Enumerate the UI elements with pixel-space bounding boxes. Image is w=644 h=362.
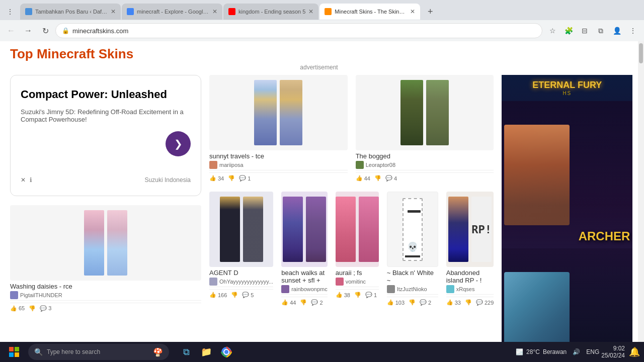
weather-desc: Berawan	[543, 348, 567, 355]
taskbar-weather: 🌫️ 28°C Berawan	[516, 348, 567, 355]
skin-card-beach[interactable]: beach walks at sunset + sfl + rainbowonp…	[281, 192, 328, 308]
advertisement-label: advertisement	[10, 64, 628, 71]
search-icon: 🔍	[34, 348, 43, 356]
new-tab-btn[interactable]: +	[423, 5, 437, 19]
notification-btn[interactable]: 🔔	[629, 346, 640, 357]
skin-author-agent-d: OhYayyyyyyyyyyyyy...	[209, 278, 273, 286]
tab-2[interactable]: minecraft - Explore - Google Tr... ✕	[122, 4, 222, 20]
weather-icon: 🌫️	[516, 348, 523, 355]
skin-name-sunnyt: sunnyt travels - tce	[209, 152, 348, 160]
extensions-btn[interactable]: 🧩	[561, 24, 576, 38]
skin-card-washing-daisies[interactable]: Washing daisies - rce PigtailTHUNDER 👍 6…	[10, 205, 201, 314]
skin-name-auraii: auraii ; fs	[336, 269, 379, 277]
author-avatar-abandoned	[446, 285, 454, 293]
tab-extras-btn[interactable]: ⋮	[4, 6, 16, 18]
reload-btn[interactable]: ↻	[38, 24, 52, 38]
main-content: Top Minecraft Skins advertisement Compac…	[0, 41, 638, 362]
scrollbar-thumb[interactable]	[639, 43, 643, 63]
taskbar-right: 🌫️ 28°C Berawan 🔊 ENG 9:02 25/02/24 🔔	[516, 345, 640, 359]
taskbar-search-box[interactable]: 🔍 Type here to search 🍄	[28, 344, 169, 360]
split-btn[interactable]: ⧉	[594, 24, 608, 38]
skin-name-abandoned: Abandoned island RP - !	[446, 269, 494, 284]
ad-title: Compact Power: Unleashed	[21, 87, 191, 102]
right-ad-banner[interactable]: ETERNAL FURY HS ARCHER KNIGHT	[502, 75, 632, 362]
skin-name-washing-daisies: Washing daisies - rce	[10, 283, 201, 290]
skin-author-sunnyt: mariiposa	[209, 161, 348, 169]
author-avatar-bogged	[356, 161, 364, 169]
svg-rect-3	[15, 352, 19, 357]
skin-img-sunnyt	[209, 75, 348, 150]
ad-footer-icons: ✕ ℹ	[21, 176, 32, 184]
forward-btn[interactable]: →	[21, 24, 35, 38]
scrollbar-track[interactable]	[638, 41, 644, 362]
tab-4-close[interactable]: ✕	[410, 8, 415, 15]
skin-img-agent-d	[209, 192, 273, 267]
sidebar-btn[interactable]: ⊟	[578, 24, 592, 38]
svg-point-6	[224, 350, 228, 354]
ad-brand: Suzuki Indonesia	[145, 176, 191, 184]
taskbar: 🔍 Type here to search 🍄 ⧉ 📁 🌫️ 28°C Bera…	[0, 342, 644, 362]
toolbar: ← → ↻ 🔒 minecraftskins.com ☆ 🧩 ⊟ ⧉ 👤 ⋮	[0, 20, 644, 41]
taskbar-app-chrome[interactable]	[217, 343, 235, 361]
left-column: Compact Power: Unleashed Suzuki's Jimny …	[10, 75, 201, 362]
back-btn[interactable]: ←	[4, 24, 18, 38]
author-avatar-auraii	[336, 278, 344, 286]
ad-arrow-btn[interactable]: ❯	[166, 131, 191, 156]
url-text: minecraftskins.com	[72, 27, 536, 35]
tab-bar: ⋮ Tambahkan Pos Baru ‹ Dafund... ✕ minec…	[0, 0, 644, 20]
center-column: sunnyt travels - tce mariiposa 👍 34 👎 💬 …	[209, 75, 494, 362]
skin-stats-washing-daisies: 👍 65 👎 💬 3	[10, 303, 201, 314]
page-title: Top Minecraft Skins	[10, 46, 628, 62]
menu-btn[interactable]: ⋮	[626, 24, 640, 38]
skin-img-washing-daisies	[10, 205, 201, 281]
bookmark-btn[interactable]: ☆	[545, 24, 559, 38]
ad-card: Compact Power: Unleashed Suzuki's Jimny …	[10, 75, 201, 196]
skin-author-bw: ItzJuztNioko	[387, 285, 438, 293]
tab-3-close[interactable]: ✕	[308, 8, 313, 15]
author-avatar-sunnyt	[209, 161, 217, 169]
tab-4[interactable]: Minecraft Skins - The Skindex ✕	[319, 4, 420, 20]
skins-row-top: sunnyt travels - tce mariiposa 👍 34 👎 💬 …	[209, 75, 494, 184]
taskbar-network[interactable]: 🔊	[573, 348, 580, 355]
tab-3[interactable]: kingdom - Ending season 5 ✕	[223, 4, 318, 20]
toolbar-icons: ☆ 🧩 ⊟ ⧉ 👤 ⋮	[545, 24, 640, 38]
skin-card-agent-d[interactable]: AGENT D OhYayyyyyyyyyyyyy... 👍 166 👎 💬 5	[209, 192, 273, 308]
taskbar-app-taskview[interactable]: ⧉	[177, 343, 195, 361]
ad-description: Suzuki's Jimny 5D: Redefining Off-Road E…	[21, 108, 191, 123]
taskbar-search-text: Type here to search	[47, 348, 100, 355]
right-ad-inner: ETERNAL FURY HS ARCHER KNIGHT	[502, 75, 632, 362]
tab-1[interactable]: Tambahkan Pos Baru ‹ Dafund... ✕	[20, 4, 121, 20]
skin-card-abandoned[interactable]: RP! Abandoned island RP - ! xRqses 👍 33 …	[446, 192, 494, 308]
ad-close-icon[interactable]: ✕	[21, 176, 26, 184]
taskbar-lang: ENG	[586, 348, 599, 355]
skin-name-agent-d: AGENT D	[209, 269, 273, 277]
skin-card-bw[interactable]: 💀 ~ Black n' White ~ ItzJuztNioko	[387, 192, 438, 308]
skin-stats-bogged: 👍 44 👎 💬 4	[356, 172, 494, 184]
taskbar-app-explorer[interactable]: 📁	[197, 343, 215, 361]
skin-img-auraii	[336, 192, 379, 267]
skin-card-sunnyt[interactable]: sunnyt travels - tce mariiposa 👍 34 👎 💬 …	[209, 75, 348, 184]
author-avatar-washing-daisies	[10, 291, 18, 299]
skin-name-beach: beach walks at sunset + sfl +	[281, 269, 328, 284]
ad-footer: ✕ ℹ Suzuki Indonesia	[21, 176, 191, 184]
skin-name-bw: ~ Black n' White ~	[387, 269, 438, 284]
skin-card-bogged[interactable]: The bogged Leoraptor08 👍 44 👎 💬 4	[356, 75, 494, 184]
taskbar-search-mushroom: 🍄	[153, 347, 163, 357]
tab-2-close[interactable]: ✕	[212, 8, 217, 15]
tab-1-close[interactable]: ✕	[111, 8, 116, 15]
dislikes-washing-daisies: 👎	[29, 305, 36, 312]
weather-temp: 28°C	[526, 348, 540, 355]
start-btn[interactable]	[4, 342, 24, 362]
skin-stats-bw: 👍 103 👎 💬 2	[387, 297, 438, 308]
skin-stats-sunnyt: 👍 34 👎 💬 1	[209, 172, 348, 184]
right-ad-subtitle: HS	[507, 90, 627, 96]
address-bar[interactable]: 🔒 minecraftskins.com	[55, 23, 542, 38]
ad-info-icon[interactable]: ℹ	[30, 176, 32, 184]
author-avatar-beach	[281, 285, 289, 293]
profile-btn[interactable]: 👤	[610, 24, 624, 38]
author-avatar-agent-d	[209, 278, 217, 286]
skin-stats-agent-d: 👍 166 👎 💬 5	[209, 289, 273, 300]
skin-name-bogged: The bogged	[356, 152, 494, 160]
skin-card-auraii[interactable]: auraii ; fs vomitinc 👍 38 👎 💬 1	[336, 192, 379, 308]
comments-washing-daisies: 💬 3	[40, 305, 51, 312]
